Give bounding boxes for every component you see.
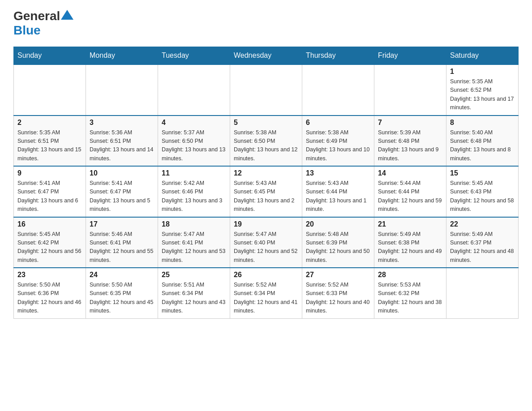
day-info: Sunrise: 5:45 AM Sunset: 6:42 PM Dayligh… [17,230,82,265]
calendar-week-row: 1Sunrise: 5:35 AM Sunset: 6:52 PM Daylig… [14,64,519,116]
calendar-week-row: 23Sunrise: 5:50 AM Sunset: 6:36 PM Dayli… [14,268,519,318]
day-number: 1 [450,68,515,76]
day-info: Sunrise: 5:47 AM Sunset: 6:41 PM Dayligh… [162,230,226,265]
day-info: Sunrise: 5:37 AM Sunset: 6:50 PM Dayligh… [162,128,226,163]
calendar-cell: 14Sunrise: 5:44 AM Sunset: 6:44 PM Dayli… [374,166,446,217]
day-info: Sunrise: 5:52 AM Sunset: 6:34 PM Dayligh… [234,281,298,316]
calendar-week-row: 16Sunrise: 5:45 AM Sunset: 6:42 PM Dayli… [14,217,519,268]
day-number: 23 [17,271,82,279]
day-info: Sunrise: 5:36 AM Sunset: 6:51 PM Dayligh… [90,128,154,163]
calendar-cell [14,64,86,116]
day-number: 2 [17,119,82,127]
calendar-cell [230,64,302,116]
calendar-cell: 13Sunrise: 5:43 AM Sunset: 6:44 PM Dayli… [302,166,374,217]
logo-general-text: General [13,9,60,23]
calendar-cell: 28Sunrise: 5:53 AM Sunset: 6:32 PM Dayli… [374,268,446,318]
day-number: 22 [450,220,515,228]
day-info: Sunrise: 5:43 AM Sunset: 6:45 PM Dayligh… [234,179,298,214]
day-number: 6 [306,119,370,127]
calendar-cell: 6Sunrise: 5:38 AM Sunset: 6:49 PM Daylig… [302,116,374,167]
day-number: 12 [234,169,298,177]
day-number: 27 [306,271,370,279]
day-number: 13 [306,169,370,177]
day-info: Sunrise: 5:53 AM Sunset: 6:32 PM Dayligh… [378,281,442,316]
weekday-header-saturday: Saturday [446,47,519,65]
calendar-cell: 19Sunrise: 5:47 AM Sunset: 6:40 PM Dayli… [230,217,302,268]
day-number: 14 [378,169,442,177]
logo-blue-text: Blue [13,23,41,38]
calendar-week-row: 9Sunrise: 5:41 AM Sunset: 6:47 PM Daylig… [14,166,519,217]
day-info: Sunrise: 5:42 AM Sunset: 6:46 PM Dayligh… [162,179,226,214]
day-number: 21 [378,220,442,228]
calendar-cell [86,64,158,116]
calendar-cell: 2Sunrise: 5:35 AM Sunset: 6:51 PM Daylig… [14,116,86,167]
calendar-table: SundayMondayTuesdayWednesdayThursdayFrid… [13,47,519,319]
logo-triangle-icon [61,10,73,20]
day-number: 25 [162,271,226,279]
day-number: 18 [162,220,226,228]
day-number: 16 [17,220,82,228]
day-info: Sunrise: 5:43 AM Sunset: 6:44 PM Dayligh… [306,179,370,214]
calendar-cell: 10Sunrise: 5:41 AM Sunset: 6:47 PM Dayli… [86,166,158,217]
day-number: 17 [90,220,154,228]
calendar-cell: 22Sunrise: 5:49 AM Sunset: 6:37 PM Dayli… [446,217,519,268]
day-info: Sunrise: 5:35 AM Sunset: 6:51 PM Dayligh… [17,128,82,163]
calendar-cell: 21Sunrise: 5:49 AM Sunset: 6:38 PM Dayli… [374,217,446,268]
day-info: Sunrise: 5:51 AM Sunset: 6:34 PM Dayligh… [162,281,226,316]
calendar-cell: 27Sunrise: 5:52 AM Sunset: 6:33 PM Dayli… [302,268,374,318]
day-info: Sunrise: 5:48 AM Sunset: 6:39 PM Dayligh… [306,230,370,265]
weekday-header-sunday: Sunday [14,47,86,65]
day-number: 8 [450,119,515,127]
calendar-cell: 26Sunrise: 5:52 AM Sunset: 6:34 PM Dayli… [230,268,302,318]
day-number: 26 [234,271,298,279]
calendar-cell: 18Sunrise: 5:47 AM Sunset: 6:41 PM Dayli… [158,217,230,268]
day-info: Sunrise: 5:50 AM Sunset: 6:35 PM Dayligh… [90,281,154,316]
calendar-cell [302,64,374,116]
calendar-cell: 12Sunrise: 5:43 AM Sunset: 6:45 PM Dayli… [230,166,302,217]
page-header: General Blue [13,9,519,38]
day-number: 4 [162,119,226,127]
logo: General Blue [13,9,74,38]
day-number: 28 [378,271,442,279]
calendar-cell: 5Sunrise: 5:38 AM Sunset: 6:50 PM Daylig… [230,116,302,167]
day-info: Sunrise: 5:38 AM Sunset: 6:49 PM Dayligh… [306,128,370,163]
day-number: 24 [90,271,154,279]
day-info: Sunrise: 5:47 AM Sunset: 6:40 PM Dayligh… [234,230,298,265]
calendar-cell: 25Sunrise: 5:51 AM Sunset: 6:34 PM Dayli… [158,268,230,318]
weekday-header-friday: Friday [374,47,446,65]
calendar-cell [446,268,519,318]
calendar-cell: 3Sunrise: 5:36 AM Sunset: 6:51 PM Daylig… [86,116,158,167]
day-info: Sunrise: 5:52 AM Sunset: 6:33 PM Dayligh… [306,281,370,316]
day-number: 20 [306,220,370,228]
day-number: 15 [450,169,515,177]
calendar-cell: 17Sunrise: 5:46 AM Sunset: 6:41 PM Dayli… [86,217,158,268]
day-number: 19 [234,220,298,228]
calendar-cell: 15Sunrise: 5:45 AM Sunset: 6:43 PM Dayli… [446,166,519,217]
weekday-header-wednesday: Wednesday [230,47,302,65]
day-info: Sunrise: 5:38 AM Sunset: 6:50 PM Dayligh… [234,128,298,163]
day-info: Sunrise: 5:41 AM Sunset: 6:47 PM Dayligh… [17,179,82,214]
calendar-cell: 9Sunrise: 5:41 AM Sunset: 6:47 PM Daylig… [14,166,86,217]
weekday-header-row: SundayMondayTuesdayWednesdayThursdayFrid… [14,47,519,65]
day-info: Sunrise: 5:49 AM Sunset: 6:38 PM Dayligh… [378,230,442,265]
day-info: Sunrise: 5:35 AM Sunset: 6:52 PM Dayligh… [450,77,515,112]
day-info: Sunrise: 5:46 AM Sunset: 6:41 PM Dayligh… [90,230,154,265]
calendar-cell: 1Sunrise: 5:35 AM Sunset: 6:52 PM Daylig… [446,64,519,116]
weekday-header-monday: Monday [86,47,158,65]
calendar-cell: 23Sunrise: 5:50 AM Sunset: 6:36 PM Dayli… [14,268,86,318]
day-info: Sunrise: 5:44 AM Sunset: 6:44 PM Dayligh… [378,179,442,214]
calendar-cell: 11Sunrise: 5:42 AM Sunset: 6:46 PM Dayli… [158,166,230,217]
day-info: Sunrise: 5:41 AM Sunset: 6:47 PM Dayligh… [90,179,154,214]
calendar-cell [374,64,446,116]
day-info: Sunrise: 5:39 AM Sunset: 6:48 PM Dayligh… [378,128,442,163]
day-number: 9 [17,169,82,177]
day-info: Sunrise: 5:50 AM Sunset: 6:36 PM Dayligh… [17,281,82,316]
day-number: 3 [90,119,154,127]
calendar-cell: 16Sunrise: 5:45 AM Sunset: 6:42 PM Dayli… [14,217,86,268]
day-info: Sunrise: 5:40 AM Sunset: 6:48 PM Dayligh… [450,128,515,163]
calendar-cell: 24Sunrise: 5:50 AM Sunset: 6:35 PM Dayli… [86,268,158,318]
day-number: 5 [234,119,298,127]
calendar-cell: 4Sunrise: 5:37 AM Sunset: 6:50 PM Daylig… [158,116,230,167]
calendar-cell: 20Sunrise: 5:48 AM Sunset: 6:39 PM Dayli… [302,217,374,268]
day-number: 10 [90,169,154,177]
